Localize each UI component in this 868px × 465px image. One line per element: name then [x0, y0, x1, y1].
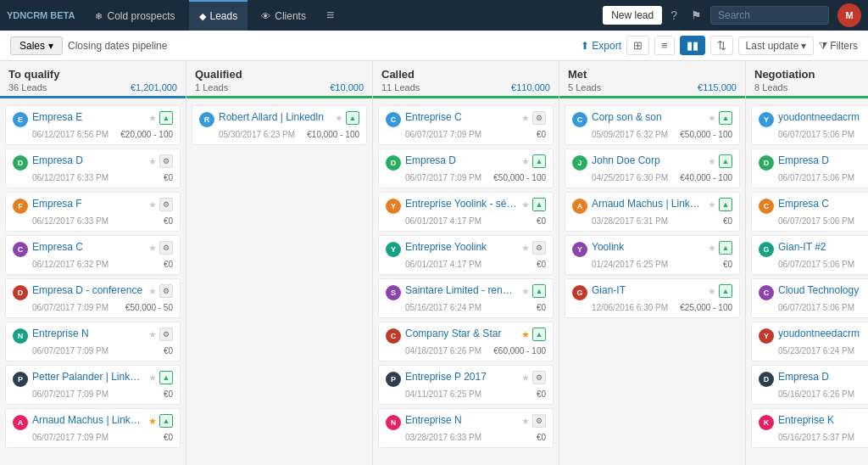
promote-icon[interactable]: ▲ — [719, 154, 732, 168]
last-update-chevron-icon: ▾ — [801, 40, 806, 52]
list-item[interactable]: CEmpresa C★⚙06/07/2017 5:06 PM€0 — [751, 192, 868, 232]
star-icon[interactable]: ★ — [148, 373, 157, 384]
star-icon[interactable]: ★ — [148, 416, 157, 427]
promote-icon[interactable]: ▲ — [159, 371, 173, 384]
promote-icon[interactable]: ▲ — [532, 154, 546, 168]
card-amount: €0 — [164, 173, 173, 182]
gear-icon[interactable]: ⚙ — [159, 328, 173, 341]
list-item[interactable]: EEmpresa E★▲06/12/2017 6:56 PM€20,000 - … — [5, 105, 181, 145]
star-icon[interactable]: ★ — [521, 156, 530, 167]
star-icon[interactable]: ★ — [148, 113, 157, 124]
promote-icon[interactable]: ▲ — [159, 111, 173, 125]
star-icon[interactable]: ★ — [521, 373, 530, 384]
gear-icon[interactable]: ⚙ — [159, 154, 173, 168]
star-icon[interactable]: ★ — [148, 156, 157, 167]
list-item[interactable]: DEmpresa D★⚙06/12/2017 6:33 PM€0 — [5, 148, 181, 188]
gear-icon[interactable]: ⚙ — [159, 198, 173, 211]
help-icon[interactable]: ? — [665, 5, 682, 25]
list-item[interactable]: RRobert Allard | Linkedln★▲05/30/2017 6:… — [192, 105, 367, 145]
star-icon[interactable]: ★ — [148, 329, 157, 340]
gear-icon[interactable]: ⚙ — [532, 241, 546, 255]
star-icon[interactable]: ★ — [148, 243, 157, 254]
list-item[interactable]: YEntreprise Yoolink★⚙06/01/2017 4:17 PM€… — [378, 235, 554, 275]
star-icon[interactable]: ★ — [148, 286, 157, 297]
list-item[interactable]: DEmpresa D★▲06/07/2017 7:09 PM€50,000 - … — [378, 148, 554, 188]
list-item[interactable]: NEntreprise N★⚙03/28/2017 6:33 PM€0 — [378, 408, 554, 448]
list-item[interactable]: Yyoudontneedacrm★⚙06/07/2017 5:06 PM€0 — [751, 105, 868, 145]
list-item[interactable]: YYoolink★▲01/24/2017 6:25 PM€0 — [565, 235, 740, 275]
list-item[interactable]: NEntreprise N★⚙06/07/2017 7:09 PM€0 — [5, 322, 181, 361]
gear-icon[interactable]: ⚙ — [159, 241, 173, 255]
star-icon[interactable]: ★ — [335, 113, 343, 124]
list-item[interactable]: SSaintare Limited - renouve...★▲05/16/20… — [378, 278, 554, 318]
list-item[interactable]: DEmpresa D - conference★⚙06/07/2017 7:09… — [5, 278, 181, 318]
star-icon[interactable]: ★ — [521, 199, 530, 210]
promote-icon[interactable]: ▲ — [346, 111, 359, 125]
bookmark-icon[interactable]: ⚑ — [686, 5, 707, 25]
star-icon[interactable]: ★ — [521, 243, 530, 254]
list-item[interactable]: DEmpresa D★⚙05/16/2017 6:26 PM€0 — [751, 365, 868, 405]
list-item[interactable]: Yyoudontneedacrm★⚙05/23/2017 6:24 PM€0 — [751, 322, 868, 361]
list-item[interactable]: PPetter Palander | Linkedln★▲06/07/2017 … — [5, 365, 181, 405]
closing-pipeline-button[interactable]: Closing dates pipeline — [68, 40, 167, 52]
promote-icon[interactable]: ▲ — [532, 198, 546, 211]
list-item[interactable]: CEmpresa C★⚙06/12/2017 6:32 PM€0 — [5, 235, 181, 275]
sort-button[interactable]: ⇅ — [710, 36, 733, 55]
star-icon[interactable]: ★ — [521, 416, 530, 427]
gear-icon[interactable]: ⚙ — [532, 371, 546, 384]
gear-icon[interactable]: ⚙ — [532, 414, 546, 428]
list-item[interactable]: CCompany Star & Star★▲04/18/2017 6:26 PM… — [378, 322, 554, 361]
star-icon[interactable]: ★ — [708, 286, 716, 297]
list-item[interactable]: AArnaud Machus | Linkedln★▲06/07/2017 7:… — [5, 408, 181, 448]
promote-icon[interactable]: ▲ — [532, 284, 546, 298]
avatar: G — [572, 285, 587, 300]
last-update-button[interactable]: Last update ▾ — [738, 36, 815, 55]
grid-view-button[interactable]: ⊞ — [626, 36, 649, 55]
avatar[interactable]: M — [837, 3, 861, 27]
new-lead-button[interactable]: New lead — [603, 6, 662, 25]
list-view-button[interactable]: ≡ — [654, 36, 675, 55]
card-name: Saintare Limited - renouve... — [405, 284, 517, 298]
list-item[interactable]: GGian-IT #2★⚙06/07/2017 5:06 PM€0 — [751, 235, 868, 275]
export-button[interactable]: ⬆ Export — [581, 40, 621, 52]
list-item[interactable]: CCloud Technology★⚙06/07/2017 5:06 PM€0 — [751, 278, 868, 318]
card-amount: €0 — [537, 303, 546, 312]
star-icon[interactable]: ★ — [708, 199, 716, 210]
card-date: 05/16/2017 6:24 PM — [405, 303, 481, 312]
list-item[interactable]: CCorp son & son★▲05/09/2017 6:32 PM€50,0… — [565, 105, 740, 145]
more-menu-icon[interactable]: ≡ — [320, 8, 341, 23]
filters-button[interactable]: ⧩ Filters — [819, 40, 858, 52]
star-icon[interactable]: ★ — [708, 156, 716, 167]
list-item[interactable]: CEntreprise C★⚙06/07/2017 7:09 PM€0 — [378, 105, 554, 145]
list-item[interactable]: KEntreprise K★⚙05/16/2017 5:37 PM€0 — [751, 408, 868, 448]
gear-icon[interactable]: ⚙ — [159, 284, 173, 298]
column-header-called: Called11 Leads€110,000 — [373, 61, 559, 96]
tab-cold-prospects[interactable]: ❄ Cold prospects — [85, 0, 185, 31]
promote-icon[interactable]: ▲ — [719, 198, 732, 211]
promote-icon[interactable]: ▲ — [159, 414, 173, 428]
list-item[interactable]: YEntreprise Yoolink - sémin...★▲06/01/20… — [378, 192, 554, 232]
kanban-view-button[interactable]: ▮▮ — [680, 36, 705, 55]
promote-icon[interactable]: ▲ — [719, 111, 732, 125]
promote-icon[interactable]: ▲ — [532, 328, 546, 341]
star-icon[interactable]: ★ — [708, 113, 716, 124]
tab-leads[interactable]: ◆ Leads — [189, 0, 248, 31]
sales-button[interactable]: Sales ▾ — [10, 36, 63, 55]
gear-icon[interactable]: ⚙ — [532, 111, 546, 125]
star-icon[interactable]: ★ — [521, 286, 530, 297]
list-item[interactable]: DEmpresa D★⚙06/07/2017 5:06 PM€0 — [751, 148, 868, 188]
tab-clients[interactable]: 👁 Clients — [251, 0, 316, 31]
promote-icon[interactable]: ▲ — [719, 241, 732, 255]
promote-icon[interactable]: ▲ — [719, 284, 732, 298]
list-item[interactable]: GGian-IT★▲12/06/2016 6:30 PM€25,000 - 10… — [565, 278, 740, 318]
list-item[interactable]: AArnaud Machus | Linkedln★▲03/28/2017 6:… — [565, 192, 740, 232]
list-item[interactable]: JJohn Doe Corp★▲04/25/2017 6:30 PM€40,00… — [565, 148, 740, 188]
list-item[interactable]: FEmpresa F★⚙06/12/2017 6:33 PM€0 — [5, 192, 181, 232]
list-item[interactable]: PEntreprise P 2017★⚙04/11/2017 6:25 PM€0 — [378, 365, 554, 405]
star-icon[interactable]: ★ — [521, 329, 530, 340]
star-icon[interactable]: ★ — [708, 243, 716, 254]
search-input[interactable] — [710, 6, 829, 25]
column-header-qualified: Qualified1 Leads€10,000 — [186, 61, 372, 96]
star-icon[interactable]: ★ — [521, 113, 530, 124]
star-icon[interactable]: ★ — [148, 199, 157, 210]
